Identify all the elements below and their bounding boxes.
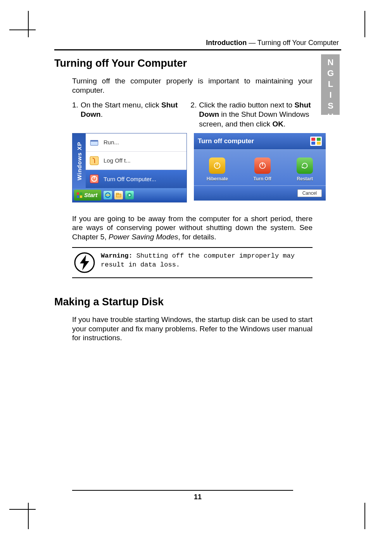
crop-mark — [28, 503, 29, 529]
step-number: 2. — [190, 100, 199, 129]
warning-text: Warning: Shutting off the computer impro… — [101, 252, 311, 270]
section-title-turning-off: Turning off Your Computer — [54, 57, 341, 69]
page-content: Introduction — Turning off Your Computer… — [54, 39, 341, 501]
after-text-ital: Power Saving Modes — [109, 233, 178, 241]
step-number: 1. — [72, 100, 81, 129]
step-2: 2. Click the radio button next to Shut D… — [190, 100, 313, 129]
after-paragraph: If you are going to be away from the com… — [72, 214, 313, 242]
crop-mark — [364, 503, 365, 529]
taskbar-media-icon[interactable] — [125, 191, 134, 199]
restart-icon — [297, 158, 313, 174]
svg-rect-6 — [77, 192, 79, 195]
windows-flag-icon — [76, 192, 83, 198]
screenshot-start-menu: Windows XP Run... Log Off t... — [72, 133, 187, 202]
menu-label-turn-off: Turn Off Computer... — [104, 176, 156, 182]
running-header: Introduction — Turning off Your Computer — [54, 39, 341, 47]
dialog-titlebar: Turn off computer — [194, 133, 326, 149]
svg-rect-7 — [80, 192, 82, 195]
screenshots-row: Windows XP Run... Log Off t... — [72, 133, 341, 202]
footer-rule — [72, 490, 293, 491]
intro-paragraph: Turning off the computer properly is imp… — [72, 76, 313, 95]
svg-rect-9 — [80, 196, 82, 198]
menu-label-logoff: Log Off t... — [104, 157, 131, 164]
option-label-hibernate: Hibernate — [207, 176, 228, 182]
screenshot-turn-off-dialog: Turn off computer Hibernate T — [194, 133, 326, 201]
section-title-startup-disk: Making a Startup Disk — [54, 296, 341, 308]
svg-rect-8 — [77, 196, 79, 198]
taskbar: Start — [73, 188, 187, 202]
logoff-icon — [89, 155, 100, 166]
taskbar-ie-icon[interactable] — [104, 191, 112, 199]
option-label-restart: Restart — [297, 176, 313, 182]
crop-mark — [364, 11, 365, 37]
startup-disk-paragraph: If you have trouble starting Windows, th… — [72, 315, 313, 343]
run-icon — [89, 137, 100, 148]
step2-text-bold2: OK — [272, 120, 283, 128]
cancel-button[interactable]: Cancel — [297, 189, 322, 197]
step2-text-pre: Click the radio button next to — [199, 101, 294, 109]
page-number: 11 — [54, 493, 341, 501]
dialog-title: Turn off computer — [198, 137, 254, 145]
option-label-turn-off: Turn Off — [253, 176, 271, 182]
warning-label: Warning: — [101, 252, 133, 260]
crop-mark — [9, 509, 36, 510]
menu-label-run: Run... — [104, 139, 119, 145]
step1-text-pre: On the Start menu, click — [81, 101, 161, 109]
start-label: Start — [84, 192, 97, 198]
taskbar-folder-icon[interactable] — [114, 191, 123, 199]
header-chapter: Introduction — [206, 39, 247, 47]
svg-marker-20 — [80, 255, 89, 270]
warning-block: Warning: Shutting off the computer impro… — [72, 248, 313, 277]
crop-mark — [9, 29, 36, 30]
svg-rect-1 — [90, 140, 98, 141]
start-button[interactable]: Start — [74, 190, 101, 201]
step1-text-post: . — [101, 110, 103, 118]
dialog-body: Hibernate Turn Off Restart — [194, 149, 326, 186]
step-1: 1. On the Start menu, click Shut Down. — [72, 100, 179, 129]
menu-item-turn-off[interactable]: Turn Off Computer... — [86, 170, 187, 188]
lightning-icon — [74, 252, 95, 273]
option-turn-off[interactable]: Turn Off — [253, 158, 271, 182]
crop-mark — [28, 11, 29, 37]
svg-rect-12 — [116, 193, 119, 194]
option-hibernate[interactable]: Hibernate — [207, 158, 228, 182]
menu-item-run[interactable]: Run... — [86, 133, 187, 152]
menu-item-logoff[interactable]: Log Off t... — [86, 152, 187, 170]
hibernate-icon — [209, 158, 225, 174]
windows-xp-sidebar: Windows XP — [73, 133, 86, 189]
header-section: — Turning off Your Computer — [247, 39, 339, 47]
option-restart[interactable]: Restart — [297, 158, 313, 182]
step2-text-post: . — [283, 120, 285, 128]
after-text-post: , for details. — [178, 233, 216, 241]
power-icon — [89, 173, 100, 184]
header-rule — [54, 49, 341, 50]
dialog-footer: Cancel — [194, 186, 326, 201]
turn-off-icon — [254, 158, 271, 174]
windows-flag-icon — [310, 137, 322, 146]
steps-row: 1. On the Start menu, click Shut Down. 2… — [72, 100, 313, 129]
